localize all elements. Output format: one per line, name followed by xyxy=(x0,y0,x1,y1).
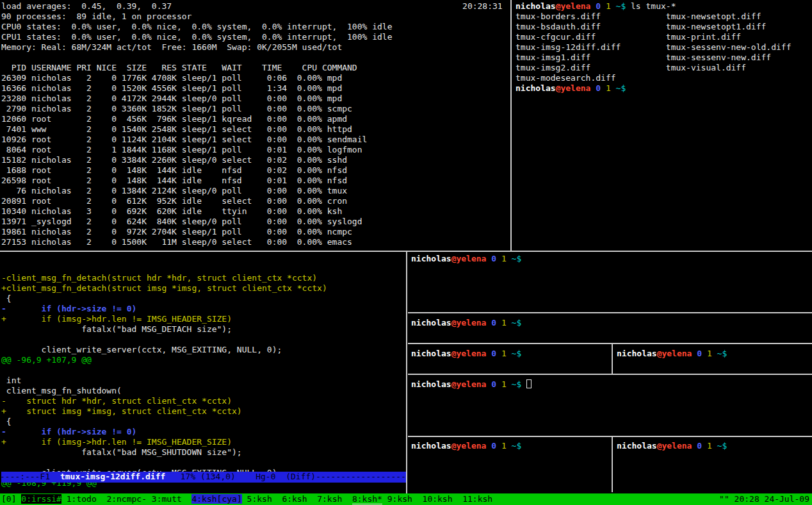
window-item-8-ksh-current[interactable]: 8:ksh* xyxy=(352,494,382,504)
terminal-line: 90 processes: 89 idle, 1 on processor xyxy=(1,12,508,22)
text-segment: 0 xyxy=(697,349,702,358)
pane-shell-5-right[interactable]: nicholas@yelena 0 1 ~$ xyxy=(617,441,809,492)
text-segment: yelena xyxy=(560,83,590,93)
terminal-line: tmux-borders.diff tmux-newsetopt.diff xyxy=(516,12,811,22)
terminal-line: nicholas@yelena 0 1 ~$ xyxy=(617,441,809,451)
terminal-line: - if (hdr->size != 0) xyxy=(1,427,406,437)
modeline-position: 17% (134,0) xyxy=(181,472,236,481)
text-segment: 23280 nicholas 2 0 4172K 2944K sleep/0 p… xyxy=(1,94,342,103)
pane-shell-ls[interactable]: nicholas@yelena 0 1 ~$ ls tmux-*tmux-bor… xyxy=(516,1,811,250)
text-segment xyxy=(521,379,526,389)
text-segment: yelena xyxy=(560,1,590,11)
text-segment xyxy=(712,441,717,451)
text-segment: fatalx("bad MSG_SHUTDOWN size"); xyxy=(1,447,242,457)
terminal-line: client_msg_fn_shutdown( xyxy=(1,386,406,396)
text-segment: 13971 _syslogd 2 0 624K 840K sleep/0 pol… xyxy=(1,217,362,226)
terminal-line xyxy=(1,458,406,468)
text-segment: 15182 nicholas 2 0 3384K 2260K sleep/0 s… xyxy=(1,155,347,165)
pane-border-h2[interactable] xyxy=(408,343,812,344)
text-segment: tmux-bsdauth.diff tmux-newsetopt1.diff xyxy=(516,22,766,31)
terminal-line: nicholas@yelena 0 1 ~$ xyxy=(411,441,610,451)
window-item-0-irssi[interactable]: 0:irssi# xyxy=(21,494,61,504)
text-segment: 12060 root 2 0 456K 796K sleep/1 kqread … xyxy=(1,114,347,124)
pane-shell-3-right[interactable]: nicholas@yelena 0 1 ~$ xyxy=(617,349,809,373)
pane-emacs-diff[interactable]: -client_msg_fn_detach(struct hdr *hdr, s… xyxy=(1,252,406,492)
text-segment: tmux-imsg2.diff tmux-visual.diff xyxy=(516,63,746,72)
separator xyxy=(342,494,352,504)
window-item-11-ksh[interactable]: 11:ksh xyxy=(462,494,492,504)
text-segment xyxy=(611,1,616,11)
pane-border-h1[interactable] xyxy=(408,312,812,313)
text-segment: 0 xyxy=(491,349,496,358)
pane-border-h4[interactable] xyxy=(408,436,812,437)
text-segment: CPU0 states: 0.0% user, 0.0% nice, 0.0% … xyxy=(1,22,392,31)
text-segment xyxy=(507,318,512,327)
pane-border-h3[interactable] xyxy=(408,374,812,375)
window-item-6-ksh[interactable]: 6:ksh xyxy=(282,494,307,504)
text-segment: nicholas xyxy=(411,441,451,451)
window-item-5-ksh[interactable]: 5:ksh xyxy=(247,494,272,504)
window-item-7-ksh[interactable]: 7:ksh xyxy=(317,494,342,504)
terminal-line: nicholas@yelena 0 1 ~$ xyxy=(411,379,808,390)
window-item-9-ksh[interactable]: 9:ksh xyxy=(387,494,412,504)
pane-top-processes[interactable]: load averages: 0.45, 0.39, 0.37 20:28:31… xyxy=(1,1,508,250)
terminal-line: { xyxy=(1,417,406,427)
terminal-line: nicholas@yelena 0 1 ~$ xyxy=(617,349,809,359)
text-segment: yelena xyxy=(662,349,692,358)
terminal-line: Memory: Real: 68M/324M act/tot Free: 166… xyxy=(1,42,508,53)
text-segment xyxy=(611,83,616,93)
terminal-line: 10926 root 2 0 1124K 2104K sleep/1 selec… xyxy=(1,135,508,145)
terminal-line: 13971 _syslogd 2 0 624K 840K sleep/0 pol… xyxy=(1,217,508,227)
terminal-line: -client_msg_fn_detach(struct hdr *hdr, s… xyxy=(1,273,406,283)
separator xyxy=(97,494,107,504)
text-segment: 90 processes: 89 idle, 1 on processor xyxy=(1,12,191,21)
text-segment: 26309 nicholas 2 0 1776K 4708K sleep/1 p… xyxy=(1,73,342,83)
terminal-line: tmux-imsg2.diff tmux-visual.diff xyxy=(516,63,811,73)
terminal-line: 23280 nicholas 2 0 4172K 2944K sleep/0 p… xyxy=(1,94,508,104)
text-segment: 1 xyxy=(501,318,507,327)
text-segment xyxy=(496,441,501,451)
separator xyxy=(412,494,423,504)
terminal-line: 27153 nicholas 2 0 1500K 11M sleep/0 sel… xyxy=(1,237,508,247)
pane-border-v3[interactable] xyxy=(612,344,613,374)
text-segment: 1688 root 2 0 148K 144K idle nfsd 0:02 0… xyxy=(1,165,347,175)
text-segment: ~$ xyxy=(512,318,522,327)
terminal-line: 8064 root 2 1 1844K 1168K sleep/1 poll 0… xyxy=(1,145,508,155)
text-segment: 1 xyxy=(707,441,712,451)
tmux-status-bar: [0] 0:irssi# 1:todo 2:ncmpc- 3:mutt 4:ks… xyxy=(0,493,812,505)
modeline-major-mode: (Diff) xyxy=(286,472,316,481)
pane-border-vertical-bottom[interactable] xyxy=(406,252,407,493)
pane-shell-2[interactable]: nicholas@yelena 0 1 ~$ xyxy=(411,318,808,342)
window-item-10-ksh[interactable]: 10:ksh xyxy=(423,494,453,504)
text-segment: 1 xyxy=(606,83,611,93)
terminal-line: 76 nicholas 2 0 1384K 2124K sleep/0 poll… xyxy=(1,186,508,196)
terminal-line: 7401 www 2 0 1540K 2548K sleep/1 select … xyxy=(1,124,508,135)
separator xyxy=(236,472,256,481)
terminal-line: tmux-bsdauth.diff tmux-newsetopt1.diff xyxy=(516,22,811,32)
pane-border-vertical-top[interactable] xyxy=(510,0,512,251)
terminal-line: + if (imsg->hdr.len != IMSG_HEADER_SIZE) xyxy=(1,437,406,447)
text-segment: ls tmux-* xyxy=(626,1,676,11)
window-item-3-mutt[interactable]: 3:mutt xyxy=(152,494,182,504)
tmux-screen: load averages: 0.45, 0.39, 0.37 20:28:31… xyxy=(0,0,812,505)
text-segment: - if (hdr->size != 0) xyxy=(1,304,136,313)
pane-border-v5[interactable] xyxy=(612,437,613,492)
modeline-fill: ------------------ xyxy=(316,472,406,481)
text-segment xyxy=(496,349,501,358)
terminal-line: tmux-imsg-12diff.diff tmux-sessenv-new-o… xyxy=(516,42,811,53)
terminal-line: { xyxy=(1,294,406,304)
terminal-line: PID USERNAME PRI NICE SIZE RES STATE WAI… xyxy=(1,63,508,73)
text-segment: tmux-borders.diff tmux-newsetopt.diff xyxy=(516,12,761,21)
pane-shell-4-active[interactable]: nicholas@yelena 0 1 ~$ xyxy=(411,379,808,435)
emacs-buffer: -client_msg_fn_detach(struct hdr *hdr, s… xyxy=(1,273,406,488)
window-item-2-ncmpc[interactable]: 2:ncmpc- xyxy=(106,494,147,504)
text-segment xyxy=(507,441,512,451)
window-item-4-ksh[interactable]: 4:ksh[cya] xyxy=(191,494,241,504)
window-item-1-todo[interactable]: 1:todo xyxy=(67,494,97,504)
text-segment xyxy=(496,254,501,263)
text-segment: client_msg_fn_shutdown( xyxy=(1,386,122,395)
pane-shell-1[interactable]: nicholas@yelena 0 1 ~$ xyxy=(411,254,808,310)
pane-shell-5-left[interactable]: nicholas@yelena 0 1 ~$ xyxy=(411,441,610,492)
terminal-line: 1688 root 2 0 148K 144K idle nfsd 0:02 0… xyxy=(1,165,508,176)
pane-shell-3-left[interactable]: nicholas@yelena 0 1 ~$ xyxy=(411,349,610,373)
